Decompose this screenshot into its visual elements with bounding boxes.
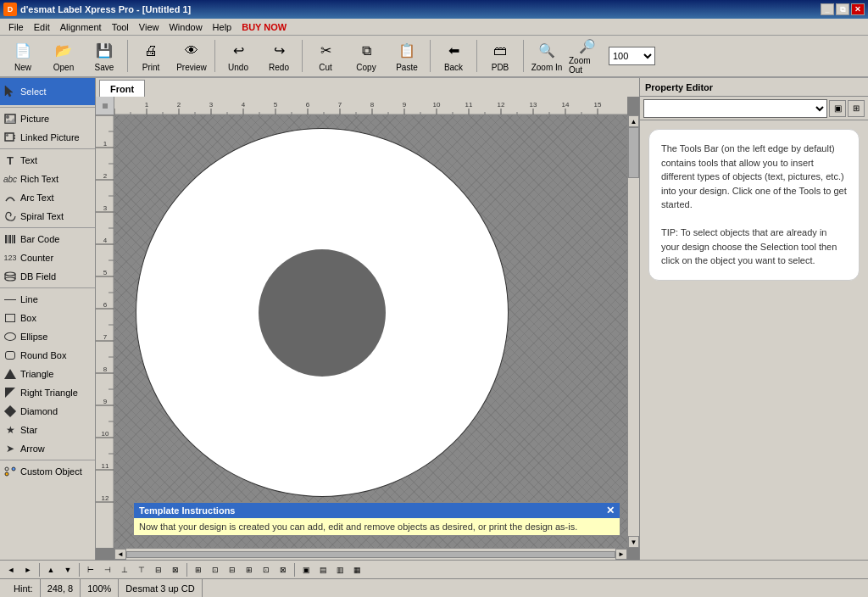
barcode-icon (3, 232, 17, 246)
zoomin-button[interactable]: 🔍 Zoom In (527, 37, 566, 75)
pdb-button[interactable]: 🗃 PDB (481, 37, 520, 75)
counter-label: Counter (20, 253, 53, 263)
restore-button[interactable]: ⧉ (836, 3, 849, 15)
vertical-scrollbar[interactable]: ▲ ▼ (627, 115, 639, 548)
close-button[interactable]: ✕ (851, 3, 865, 15)
print-button[interactable]: 🖨 Print (131, 37, 170, 75)
horizontal-scrollbar[interactable]: ◄ ► (114, 548, 627, 560)
redo-label: Redo (269, 63, 289, 72)
copy-button[interactable]: ⧉ Copy (347, 37, 386, 75)
undo-label: Undo (228, 63, 248, 72)
bottom-align-3[interactable]: ⊥ (117, 562, 132, 577)
menu-buynow[interactable]: BUY NOW (236, 20, 292, 34)
minimize-button[interactable]: _ (821, 3, 834, 15)
tool-round-box[interactable]: Round Box (0, 346, 95, 365)
open-label: Open (53, 63, 74, 72)
bottom-btn-3[interactable]: ▲ (43, 562, 58, 577)
bottom-dist-5[interactable]: ⊡ (259, 562, 274, 577)
tool-spiral-text[interactable]: Spiral Text (0, 207, 95, 226)
menu-window[interactable]: Window (164, 20, 207, 34)
bottom-size-1[interactable]: ▣ (298, 562, 314, 577)
bottom-dist-3[interactable]: ⊟ (225, 562, 240, 577)
label-circle[interactable] (136, 128, 509, 497)
bottom-dist-6[interactable]: ⊠ (275, 562, 291, 577)
menu-tool[interactable]: Tool (107, 20, 134, 34)
tool-triangle[interactable]: Triangle (0, 365, 95, 383)
scroll-down-button[interactable]: ▼ (628, 536, 639, 548)
canvas-content[interactable]: Template Instructions ✕ Now that your de… (114, 115, 627, 548)
menu-help[interactable]: Help (208, 20, 237, 34)
svg-text:13: 13 (530, 101, 537, 109)
spiral-text-icon (3, 209, 17, 223)
bottom-dist-1[interactable]: ⊞ (191, 562, 206, 577)
bottom-align-4[interactable]: ⊤ (134, 562, 149, 577)
tool-diamond[interactable]: Diamond (0, 402, 95, 421)
picture-label: Picture (20, 114, 49, 124)
scroll-left-button[interactable]: ◄ (114, 549, 126, 560)
bottom-dist-2[interactable]: ⊡ (208, 562, 223, 577)
tool-bar-code[interactable]: Bar Code (0, 230, 95, 248)
bottom-btn-2[interactable]: ► (20, 562, 36, 577)
tool-counter[interactable]: 123 Counter (0, 248, 95, 267)
tab-front[interactable]: Front (99, 80, 145, 97)
open-button[interactable]: 📂 Open (44, 37, 83, 75)
tool-arrow[interactable]: ➤ Arrow (0, 439, 95, 458)
tool-star[interactable]: ★ Star (0, 421, 95, 439)
menu-alignment[interactable]: Alignment (55, 20, 107, 34)
tool-picture[interactable]: Picture (0, 109, 95, 128)
preview-button[interactable]: 👁 Preview (172, 37, 211, 75)
bottom-size-2[interactable]: ▤ (315, 562, 331, 577)
property-btn-2[interactable]: ⊞ (848, 100, 865, 117)
tool-arc-text[interactable]: Arc Text (0, 188, 95, 207)
tool-text[interactable]: T Text (0, 151, 95, 170)
bottom-btn-1[interactable]: ◄ (3, 562, 19, 577)
scroll-right-button[interactable]: ► (615, 549, 627, 560)
design-canvas[interactable] (114, 115, 627, 548)
template-instructions-close[interactable]: ✕ (606, 505, 615, 516)
tool-custom-object[interactable]: Custom Object (0, 462, 95, 481)
bottom-dist-4[interactable]: ⊞ (242, 562, 257, 577)
undo-button[interactable]: ↩ Undo (219, 37, 258, 75)
box-label: Box (20, 313, 36, 323)
tool-right-triangle[interactable]: Right Triangle (0, 383, 95, 402)
cut-button[interactable]: ✂ Cut (306, 37, 345, 75)
title-bar-left: D d'esmat Label Xpress Pro - [Untitled 1… (3, 3, 191, 16)
new-button[interactable]: 📄 New (3, 37, 42, 75)
tool-rich-text[interactable]: abc Rich Text (0, 170, 95, 188)
svg-rect-11 (12, 235, 13, 243)
save-button[interactable]: 💾 Save (85, 37, 124, 75)
bottom-align-1[interactable]: ⊢ (83, 562, 98, 577)
bottom-align-2[interactable]: ⊣ (100, 562, 115, 577)
menu-file[interactable]: File (3, 20, 29, 34)
svg-text:2: 2 (103, 172, 108, 180)
paste-button[interactable]: 📋 Paste (387, 37, 426, 75)
tool-linked-picture[interactable]: Linked Picture (0, 128, 95, 147)
svg-rect-8 (5, 235, 7, 243)
bottom-btn-4[interactable]: ▼ (60, 562, 75, 577)
tool-line[interactable]: Line (0, 290, 95, 309)
svg-point-16 (5, 277, 15, 281)
menu-view[interactable]: View (134, 20, 164, 34)
zoomout-button[interactable]: 🔍 Zoom Out (568, 37, 607, 75)
zoom-select[interactable]: 100 50 75 125 150 200 (609, 47, 655, 65)
tool-db-field[interactable]: DB Field (0, 267, 95, 286)
bottom-size-4[interactable]: ▦ (349, 562, 364, 577)
back-button[interactable]: ⬅ Back (434, 37, 473, 75)
tool-box[interactable]: Box (0, 309, 95, 327)
scroll-up-button[interactable]: ▲ (628, 115, 639, 127)
redo-button[interactable]: ↪ Redo (259, 37, 298, 75)
bottom-align-5[interactable]: ⊟ (151, 562, 166, 577)
property-dropdown[interactable] (643, 99, 827, 118)
bottom-align-6[interactable]: ⊠ (168, 562, 183, 577)
main-layout: Select Picture Linked Picture T Text abc… (0, 78, 868, 560)
svg-marker-3 (5, 118, 15, 123)
rich-text-label: Rich Text (20, 174, 58, 184)
arc-text-label: Arc Text (20, 192, 54, 203)
menu-edit[interactable]: Edit (29, 20, 55, 34)
scroll-thumb-h[interactable] (126, 551, 615, 558)
tool-ellipse[interactable]: Ellipse (0, 327, 95, 346)
property-btn-1[interactable]: ▣ (829, 100, 846, 117)
scroll-thumb-v[interactable] (628, 127, 639, 178)
tool-select[interactable]: Select (0, 78, 95, 105)
bottom-size-3[interactable]: ▥ (332, 562, 348, 577)
